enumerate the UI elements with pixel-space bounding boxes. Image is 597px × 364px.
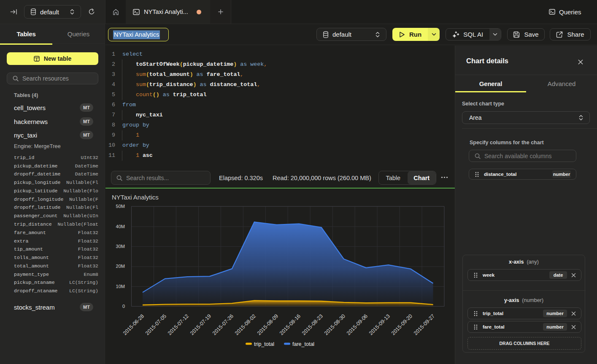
svg-text:2015-09-06: 2015-09-06 <box>346 313 369 336</box>
svg-text:10M: 10M <box>116 284 125 289</box>
svg-text:0: 0 <box>122 304 125 309</box>
svg-text:2015-07-05: 2015-07-05 <box>144 313 167 336</box>
svg-text:2015-07-26: 2015-07-26 <box>211 313 235 336</box>
svg-text:30M: 30M <box>116 244 125 249</box>
svg-text:2015-07-12: 2015-07-12 <box>167 313 190 336</box>
svg-text:2015-09-13: 2015-09-13 <box>368 313 391 336</box>
svg-text:2015-06-28: 2015-06-28 <box>122 313 145 336</box>
svg-text:2015-08-30: 2015-08-30 <box>323 313 346 336</box>
svg-text:2015-07-19: 2015-07-19 <box>189 313 212 336</box>
svg-text:40M: 40M <box>116 224 125 229</box>
svg-text:trip_total: trip_total <box>254 341 274 347</box>
svg-text:fare_total: fare_total <box>292 341 314 347</box>
svg-text:2015-09-27: 2015-09-27 <box>413 313 436 336</box>
svg-text:2015-08-02: 2015-08-02 <box>234 313 257 336</box>
svg-text:50M: 50M <box>116 204 125 209</box>
svg-text:20M: 20M <box>116 264 125 269</box>
svg-text:2015-08-16: 2015-08-16 <box>278 313 302 336</box>
svg-text:NYTaxi Analytics: NYTaxi Analytics <box>112 194 159 201</box>
svg-text:2015-08-23: 2015-08-23 <box>301 313 324 336</box>
svg-text:2015-08-09: 2015-08-09 <box>256 313 279 336</box>
svg-text:2015-09-20: 2015-09-20 <box>390 313 413 336</box>
